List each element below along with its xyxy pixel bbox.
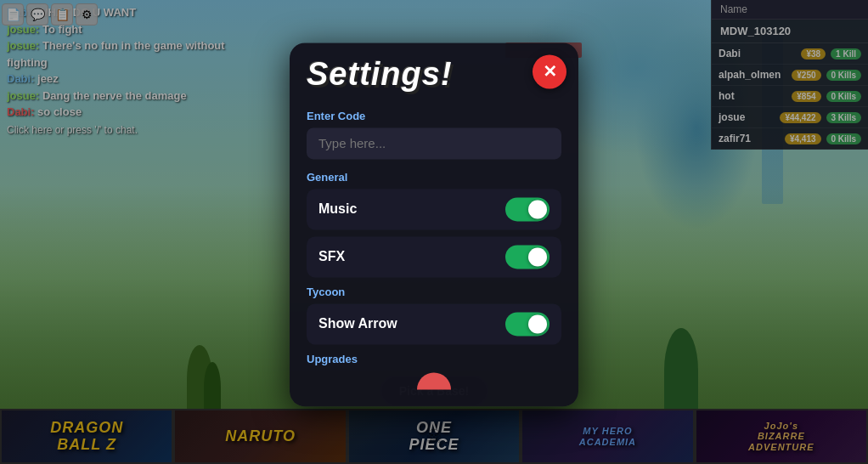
section-label-general: General xyxy=(307,171,561,184)
music-toggle[interactable] xyxy=(505,197,550,221)
setting-label-sfx: SFX xyxy=(318,249,345,264)
setting-row-sfx: SFX xyxy=(307,236,561,277)
modal-body: Enter Code General Music SFX Tycoon Show… xyxy=(290,110,578,389)
show-arrow-toggle[interactable] xyxy=(505,312,550,336)
modal-close-button[interactable]: ✕ xyxy=(533,54,566,88)
partial-circle xyxy=(417,372,451,389)
setting-label-music: Music xyxy=(318,201,357,217)
settings-modal: Settings! ✕ Enter Code General Music SFX… xyxy=(290,42,578,406)
setting-row-show-arrow: Show Arrow xyxy=(307,303,561,344)
section-label-code: Enter Code xyxy=(307,110,561,122)
setting-row-music: Music xyxy=(307,189,561,229)
modal-header: Settings! ✕ xyxy=(290,42,578,101)
code-input-field[interactable] xyxy=(307,127,561,159)
sfx-toggle[interactable] xyxy=(505,245,550,269)
modal-title: Settings! xyxy=(307,56,561,93)
setting-label-show-arrow: Show Arrow xyxy=(318,316,397,331)
section-label-tycoon: Tycoon xyxy=(307,286,561,298)
partial-button-area xyxy=(307,372,561,389)
section-label-upgrades: Upgrades xyxy=(307,353,561,365)
